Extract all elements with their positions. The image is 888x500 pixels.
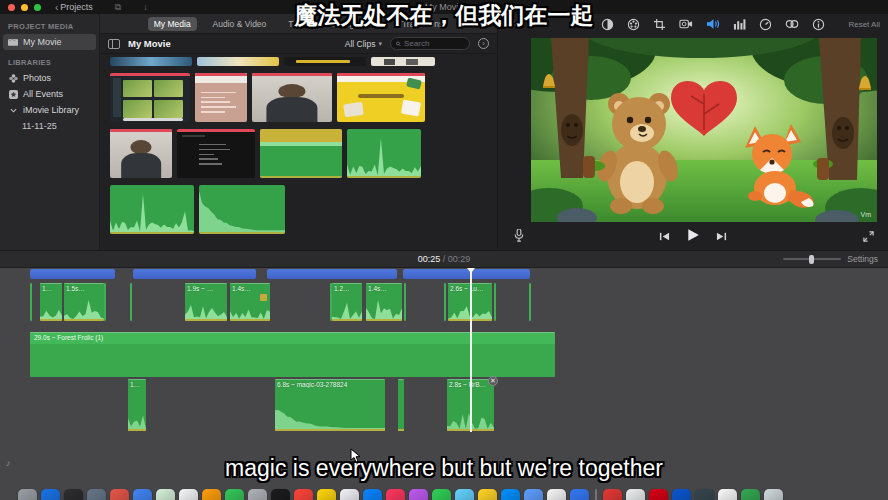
- dock-app-icon-15[interactable]: [363, 489, 382, 500]
- speed-icon[interactable]: [759, 18, 772, 31]
- clip-thumbnail-audio-decay[interactable]: [199, 185, 285, 234]
- timeline-audio-clip[interactable]: 1.9s ~ …: [185, 283, 227, 321]
- crop-icon[interactable]: [653, 18, 666, 31]
- clip-thumbnail-gradient-blue[interactable]: [110, 57, 192, 66]
- dock-app-icon-26[interactable]: [603, 489, 622, 500]
- clip-edge-line: [130, 283, 132, 321]
- dock-app-icon-10[interactable]: [248, 489, 267, 500]
- sidebar-item-all-events[interactable]: All Events: [0, 86, 99, 102]
- chevron-down-icon: [8, 106, 18, 115]
- video-title-bar[interactable]: [267, 269, 397, 279]
- playhead[interactable]: [470, 268, 472, 432]
- dock-app-icon-3[interactable]: [87, 489, 106, 500]
- dock-app-icon-13[interactable]: [317, 489, 336, 500]
- sidebar-item-imovie-library[interactable]: iMovie Library: [0, 102, 99, 118]
- reset-all-button[interactable]: Reset All: [848, 20, 880, 29]
- clip-thumbnail-terminal[interactable]: [177, 129, 255, 178]
- clip-edge-line: [30, 283, 32, 321]
- dock-app-icon-1[interactable]: [41, 489, 60, 500]
- timeline-audio-clip[interactable]: 1.4s…: [230, 283, 270, 321]
- search-box[interactable]: [390, 37, 470, 50]
- sidebar-item-my-movie[interactable]: My Movie: [3, 34, 96, 50]
- dock-app-icon-8[interactable]: [202, 489, 221, 500]
- clip-thumbnail-audio-spikes[interactable]: [347, 129, 421, 178]
- clip-thumbnail-audio-topwave[interactable]: [260, 129, 342, 178]
- clip-thumbnail-gradient-cream[interactable]: [197, 57, 279, 66]
- equalizer-icon[interactable]: [733, 18, 746, 30]
- clip-thumbnail-presenter[interactable]: [110, 129, 172, 178]
- tab-my-media[interactable]: My Media: [148, 17, 197, 31]
- dock-app-icon-21[interactable]: [501, 489, 520, 500]
- timeline-audio-clip[interactable]: 1…: [128, 379, 146, 431]
- dock-app-icon-16[interactable]: [386, 489, 405, 500]
- clip-thumbnail-dark-yellowbar[interactable]: [284, 57, 366, 66]
- dock-app-icon-11[interactable]: [271, 489, 290, 500]
- info-icon[interactable]: [812, 18, 825, 31]
- video-title-bar[interactable]: [30, 269, 115, 279]
- volume-icon[interactable]: [706, 18, 720, 30]
- timeline-audio-clip[interactable]: 6.8s ~ magic-03-278824: [275, 379, 385, 431]
- clip-thumbnail-slide-yellow[interactable]: [337, 73, 425, 122]
- previous-frame-button[interactable]: [659, 228, 670, 246]
- timeline[interactable]: ♪ 1…1.5s…1.9s ~ …1.4s…1.2…1.4s…2.6s ~ Lu…: [0, 268, 888, 500]
- dock-app-icon-6[interactable]: [156, 489, 175, 500]
- dock-app-icon-32[interactable]: [741, 489, 760, 500]
- sidebar-item-photos[interactable]: Photos: [0, 70, 99, 86]
- clip-thumbnail-webpage-grid[interactable]: [110, 73, 190, 122]
- timeline-audio-clip[interactable]: 1.2…: [332, 283, 362, 321]
- dock-app-icon-14[interactable]: [340, 489, 359, 500]
- dock-app-icon-24[interactable]: [570, 489, 589, 500]
- noise-reduction-icon[interactable]: [785, 18, 799, 30]
- dock-app-icon-9[interactable]: [225, 489, 244, 500]
- dock-app-icon-27[interactable]: [626, 489, 645, 500]
- dock-app-icon-17[interactable]: [409, 489, 428, 500]
- dock-app-icon-12[interactable]: [294, 489, 313, 500]
- timeline-audio-clip[interactable]: 1.5s…: [64, 283, 104, 321]
- dock-app-icon-28[interactable]: [649, 489, 668, 500]
- dock-app-icon-4[interactable]: [110, 489, 129, 500]
- dock-app-icon-31[interactable]: [718, 489, 737, 500]
- sidebar-toggle-icon[interactable]: [108, 39, 120, 49]
- color-balance-icon[interactable]: [601, 18, 614, 31]
- dock-app-icon-5[interactable]: [133, 489, 152, 500]
- forward-circle-icon[interactable]: ›: [478, 38, 489, 49]
- zoom-slider-thumb[interactable]: [809, 255, 814, 264]
- tab-titles[interactable]: Titles: [282, 17, 314, 31]
- tab-backgrounds[interactable]: Backgrounds: [324, 17, 386, 31]
- tab-transitions[interactable]: Transitions: [396, 17, 449, 31]
- video-title-bar[interactable]: [133, 269, 256, 279]
- dock-app-icon-18[interactable]: [432, 489, 451, 500]
- clips-filter-dropdown[interactable]: All Clips ▾: [345, 39, 382, 49]
- play-button[interactable]: [686, 228, 700, 246]
- timeline-music-clip[interactable]: 29.0s ~ Forest Frolic (1): [30, 332, 555, 377]
- stabilization-icon[interactable]: [679, 18, 693, 30]
- close-icon[interactable]: ✕: [488, 376, 498, 386]
- dock-app-icon-22[interactable]: [524, 489, 543, 500]
- dock-app-icon-23[interactable]: [547, 489, 566, 500]
- dock-app-icon-2[interactable]: [64, 489, 83, 500]
- clip-label: 1.2…: [334, 285, 350, 292]
- timeline-audio-clip[interactable]: [398, 379, 404, 431]
- magic-wand-icon[interactable]: [504, 18, 517, 31]
- color-wheel-icon[interactable]: [627, 18, 640, 31]
- timeline-audio-clip[interactable]: 1.4s…: [366, 283, 402, 321]
- adjustments-toolbar: Reset All: [498, 14, 888, 34]
- search-input[interactable]: [404, 39, 464, 48]
- dock-app-icon-33[interactable]: [764, 489, 783, 500]
- project-icon: [8, 38, 18, 47]
- dock-app-icon-20[interactable]: [478, 489, 497, 500]
- clip-thumbnail-document-pink[interactable]: [195, 73, 247, 122]
- next-frame-button[interactable]: [716, 228, 727, 246]
- sidebar-item-11-11-25[interactable]: 11-11-25: [0, 118, 99, 134]
- tab-audio-video[interactable]: Audio & Video: [207, 17, 273, 31]
- clip-thumbnail-light-figures[interactable]: [371, 57, 435, 66]
- clip-thumbnail-presenter[interactable]: [252, 73, 332, 122]
- timeline-audio-clip[interactable]: 1…: [40, 283, 62, 321]
- dock-app-icon-19[interactable]: [455, 489, 474, 500]
- dock-app-icon-7[interactable]: [179, 489, 198, 500]
- dock-app-icon-0[interactable]: [18, 489, 37, 500]
- clip-thumbnail-audio-spikes[interactable]: [110, 185, 194, 234]
- video-viewer[interactable]: Vm: [531, 38, 877, 222]
- dock-app-icon-30[interactable]: [695, 489, 714, 500]
- dock-app-icon-29[interactable]: [672, 489, 691, 500]
